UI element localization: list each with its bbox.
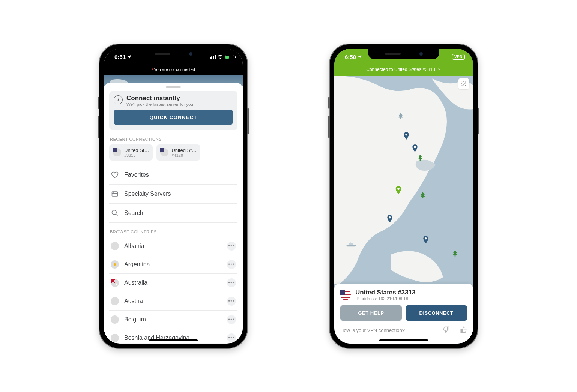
location-icon	[127, 54, 132, 60]
country-name: Argentina	[124, 261, 222, 268]
flag-icon	[340, 290, 351, 300]
search-item[interactable]: Search	[109, 204, 237, 223]
flag-icon	[111, 260, 119, 269]
more-button[interactable]: •••	[227, 333, 236, 342]
more-button[interactable]: •••	[227, 260, 236, 269]
flag-icon	[160, 148, 168, 156]
browse-label: BROWSE COUNTRIES	[110, 230, 237, 234]
recent-id: #3313	[124, 153, 149, 158]
recent-chip[interactable]: United St… #3313	[109, 144, 153, 161]
boat-icon	[346, 242, 357, 249]
heart-icon	[111, 171, 119, 179]
chevron-down-icon	[437, 67, 441, 72]
country-name: Albania	[124, 243, 222, 249]
svg-point-6	[397, 188, 400, 190]
wifi-icon	[217, 54, 223, 60]
flag-icon	[111, 315, 119, 324]
map-pin[interactable]	[403, 132, 409, 138]
country-name: Belgium	[124, 316, 222, 323]
recent-name: United St…	[124, 147, 149, 153]
country-name: Austria	[124, 298, 222, 305]
home-indicator[interactable]	[379, 339, 428, 341]
server-name: United States #3313	[355, 289, 416, 296]
status-time: 6:50	[345, 54, 356, 60]
map-pin[interactable]	[423, 236, 429, 242]
settings-button[interactable]	[458, 78, 469, 89]
specialty-icon	[111, 190, 119, 198]
notch	[138, 49, 209, 59]
menu-label: Search	[124, 210, 143, 216]
map[interactable]	[334, 76, 473, 284]
notch	[368, 49, 439, 59]
specialty-servers-item[interactable]: Specialty Servers	[109, 185, 237, 204]
favorites-item[interactable]: Favorites	[109, 165, 237, 185]
tree-icon	[398, 113, 403, 121]
feedback-question: How is your VPN connection?	[340, 327, 405, 333]
feedback-row: How is your VPN connection?	[340, 326, 467, 335]
menu-list: Favorites Specialty Servers Search	[109, 165, 237, 223]
more-button[interactable]: •••	[227, 297, 236, 306]
bottom-sheet: i Connect instantly We'll pick the faste…	[104, 83, 243, 343]
svg-point-8	[425, 237, 427, 239]
country-item[interactable]: Belgium •••	[109, 311, 237, 329]
quick-connect-card: i Connect instantly We'll pick the faste…	[109, 91, 237, 130]
screen: 6:50 VPN Connected to United States #331…	[334, 49, 473, 344]
status-time: 6:51	[114, 54, 126, 60]
map-pin[interactable]	[412, 144, 418, 150]
flag-icon	[111, 279, 119, 287]
flag-icon	[113, 148, 121, 156]
recent-id: #4129	[171, 153, 196, 158]
disconnect-button[interactable]: DISCONNECT	[406, 305, 467, 321]
svg-point-1	[112, 210, 117, 215]
vpn-badge: VPN	[452, 54, 465, 60]
thumbs-up-icon[interactable]	[460, 326, 467, 335]
flag-icon	[111, 242, 119, 250]
home-indicator[interactable]	[149, 339, 198, 341]
info-icon: i	[114, 95, 123, 104]
signal-icon	[210, 55, 216, 59]
more-button[interactable]: •••	[227, 315, 236, 324]
connection-status[interactable]: Connected to United States #3313	[334, 65, 473, 76]
svg-point-7	[389, 216, 391, 218]
country-name: Australia	[124, 279, 222, 286]
connect-title: Connect instantly	[126, 95, 193, 102]
menu-label: Specialty Servers	[124, 191, 171, 197]
recent-chip[interactable]: United St… #4129	[156, 144, 200, 161]
country-item[interactable]: Australia •••	[109, 274, 237, 292]
recent-name: United St…	[171, 147, 196, 153]
map-pin-active[interactable]	[395, 186, 401, 192]
phone-left: 6:51 •You are not connected	[99, 44, 247, 348]
location-icon	[358, 54, 362, 60]
country-item[interactable]: Argentina •••	[109, 255, 237, 274]
country-list: Albania ••• Argentina ••• Australia ••• …	[109, 237, 237, 343]
recent-label: RECENT CONNECTIONS	[110, 137, 237, 141]
connection-status: •You are not connected	[104, 65, 243, 75]
more-button[interactable]: •••	[227, 278, 236, 287]
svg-point-3	[463, 83, 464, 84]
battery-icon	[225, 55, 234, 59]
flag-icon	[111, 334, 119, 342]
more-button[interactable]: •••	[227, 242, 236, 251]
connect-subtitle: We'll pick the fastest server for you	[126, 102, 193, 107]
country-item[interactable]: Austria •••	[109, 292, 237, 311]
svg-point-5	[414, 146, 416, 148]
country-item[interactable]: Albania •••	[109, 237, 237, 255]
svg-rect-9	[349, 243, 353, 245]
get-help-button[interactable]: GET HELP	[340, 305, 402, 321]
map-pin[interactable]	[387, 215, 393, 221]
svg-rect-10	[350, 242, 351, 243]
server-ip: IP address: 162.210.198.18	[355, 296, 416, 301]
tree-icon	[420, 192, 425, 200]
search-icon	[111, 209, 119, 217]
tree-icon	[418, 155, 423, 163]
thumbs-down-icon[interactable]	[443, 326, 450, 335]
flag-icon	[111, 297, 119, 305]
quick-connect-button[interactable]: QUICK CONNECT	[114, 110, 233, 125]
connection-card: United States #3313 IP address: 162.210.…	[334, 284, 473, 344]
screen: 6:51 •You are not connected	[104, 49, 243, 344]
separator	[455, 327, 455, 334]
recent-connections: United St… #3313 United St… #4129	[109, 144, 237, 161]
svg-point-4	[406, 134, 407, 135]
sheet-handle[interactable]	[166, 86, 181, 88]
menu-label: Favorites	[124, 171, 149, 178]
